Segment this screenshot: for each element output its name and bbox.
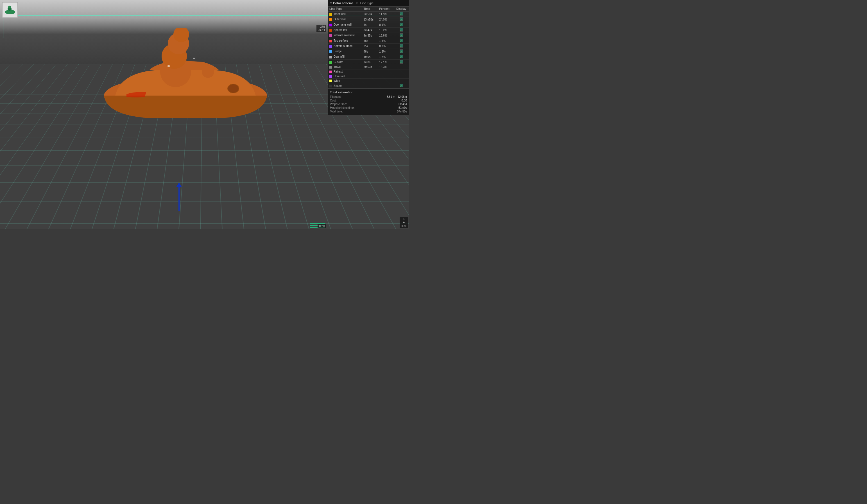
line-type-rows: Inner wall6m53s11.9%✓Outer wall13m55s24.… bbox=[328, 11, 409, 88]
line-display-cell[interactable]: ✓ bbox=[394, 44, 409, 49]
line-display-cell[interactable]: ✓ bbox=[394, 33, 409, 38]
line-display-cell[interactable]: ✓ bbox=[394, 60, 409, 65]
display-checkbox-checked[interactable]: ✓ bbox=[400, 55, 403, 58]
display-checkbox-checked[interactable]: ✓ bbox=[400, 84, 403, 87]
line-name-cell: Outer wall bbox=[328, 17, 362, 22]
line-color-swatch bbox=[329, 24, 332, 26]
table-row: Travel8m53s15.3% bbox=[328, 65, 409, 69]
table-row: Sparse infill8m47s15.2%✓ bbox=[328, 28, 409, 33]
color-scheme-title: Color scheme bbox=[333, 1, 354, 5]
model-print-value: 51m9s bbox=[398, 106, 407, 109]
line-time bbox=[362, 79, 377, 83]
zoom-indicator: 0.20 bbox=[318, 224, 326, 228]
line-color-swatch bbox=[329, 75, 332, 78]
line-type-name: Outer wall bbox=[334, 18, 346, 21]
line-percent: 11.9% bbox=[377, 11, 394, 17]
svg-point-6 bbox=[228, 84, 239, 93]
line-type-name: Custom bbox=[334, 61, 343, 64]
panel-collapse-icon[interactable]: ≡ bbox=[330, 1, 332, 5]
line-time: 8m47s bbox=[362, 28, 377, 33]
total-value: 57m55s bbox=[397, 110, 407, 113]
prepare-label: Prepare time: bbox=[330, 103, 364, 106]
line-name-cell: Bridge bbox=[328, 49, 362, 54]
line-percent: 0.1% bbox=[377, 22, 394, 28]
right-panel: ≡ Color scheme ∨ Line Type Line Type Tim… bbox=[328, 0, 409, 115]
zoom-value: 0.20 bbox=[319, 225, 324, 228]
table-row: Gap infill1m0s1.7%✓ bbox=[328, 54, 409, 60]
line-display-cell[interactable]: ✓ bbox=[394, 54, 409, 60]
col-time: Time bbox=[362, 7, 377, 11]
line-color-swatch bbox=[329, 50, 332, 53]
display-checkbox-checked[interactable]: ✓ bbox=[400, 60, 403, 64]
display-checkbox-checked[interactable]: ✓ bbox=[400, 33, 403, 37]
line-display-cell[interactable] bbox=[394, 65, 409, 69]
table-row: Bottom surface25s0.7%✓ bbox=[328, 44, 409, 49]
line-color-swatch bbox=[329, 66, 332, 68]
line-time: 7m0s bbox=[362, 60, 377, 65]
line-percent: 1.7% bbox=[377, 54, 394, 60]
line-display-cell[interactable]: ✓ bbox=[394, 83, 409, 88]
line-name-cell: Sparse infill bbox=[328, 28, 362, 33]
line-type-name: Bridge bbox=[334, 50, 342, 53]
line-percent bbox=[377, 79, 394, 83]
line-percent: 24.0% bbox=[377, 17, 394, 22]
line-color-swatch bbox=[329, 29, 332, 32]
line-display-cell[interactable]: ✓ bbox=[394, 49, 409, 54]
line-name-cell: Bottom surface bbox=[328, 44, 362, 49]
cost-row: Cost: 0.30 bbox=[330, 99, 407, 102]
display-checkbox-checked[interactable]: ✓ bbox=[400, 39, 403, 42]
display-checkbox-checked[interactable]: ✓ bbox=[400, 50, 403, 53]
line-time bbox=[362, 69, 377, 74]
line-name-cell: Inner wall bbox=[328, 11, 362, 17]
line-percent: 1.4% bbox=[377, 38, 394, 44]
display-checkbox-checked[interactable]: ✓ bbox=[400, 23, 403, 26]
line-type-name: Top surface bbox=[334, 39, 348, 42]
line-color-swatch bbox=[329, 13, 332, 16]
line-time: 9m35s bbox=[362, 33, 377, 38]
line-display-cell[interactable]: ✓ bbox=[394, 17, 409, 22]
layer-indicator: 1 ▲ 0.20 bbox=[400, 217, 408, 228]
line-time: 13m55s bbox=[362, 17, 377, 22]
line-percent bbox=[377, 74, 394, 78]
line-display-cell[interactable]: ✓ bbox=[394, 11, 409, 17]
line-type-name: Gap infill bbox=[334, 55, 344, 58]
display-checkbox-checked[interactable]: ✓ bbox=[400, 18, 403, 21]
line-display-cell[interactable] bbox=[394, 74, 409, 78]
line-color-swatch bbox=[329, 79, 332, 82]
estimation-section: Total estimation Filament: 3.81 m 12.08 … bbox=[328, 88, 409, 115]
prepare-time-row: Prepare time: 6m45s bbox=[330, 102, 407, 106]
line-name-cell: Retract bbox=[328, 69, 362, 74]
line-display-cell[interactable]: ✓ bbox=[394, 38, 409, 44]
line-display-cell[interactable]: ✓ bbox=[394, 22, 409, 28]
line-display-cell[interactable] bbox=[394, 69, 409, 74]
line-type-table: Line Type Time Percent Display Inner wal… bbox=[328, 7, 409, 88]
line-display-cell[interactable] bbox=[394, 79, 409, 83]
line-name-cell: Top surface bbox=[328, 38, 362, 44]
line-type-subtitle: Line Type bbox=[360, 1, 374, 5]
build-plate-border-left bbox=[3, 15, 3, 38]
line-percent: 1.3% bbox=[377, 49, 394, 54]
line-percent: 16.6% bbox=[377, 33, 394, 38]
line-name-cell: Internal solid infill bbox=[328, 33, 362, 38]
table-row: Unretract bbox=[328, 74, 409, 78]
panel-header-separator: ∨ bbox=[356, 1, 358, 5]
table-row: Retract bbox=[328, 69, 409, 74]
prepare-value: 6m45s bbox=[398, 103, 407, 106]
panel-header: ≡ Color scheme ∨ Line Type bbox=[328, 0, 409, 7]
line-color-swatch bbox=[329, 34, 332, 37]
display-checkbox-checked[interactable]: ✓ bbox=[400, 28, 403, 32]
display-checkbox-checked[interactable]: ✓ bbox=[400, 44, 403, 47]
model-thumbnail[interactable] bbox=[2, 2, 18, 18]
table-row: Bridge46s1.3%✓ bbox=[328, 49, 409, 54]
line-color-swatch bbox=[329, 85, 332, 87]
svg-point-8 bbox=[168, 65, 170, 67]
line-time: 1m0s bbox=[362, 54, 377, 60]
line-color-swatch bbox=[329, 45, 332, 48]
line-time: 6m53s bbox=[362, 11, 377, 17]
table-row: Seams✓ bbox=[328, 83, 409, 88]
line-name-cell: Travel bbox=[328, 65, 362, 69]
line-type-name: Seams bbox=[334, 84, 342, 87]
line-display-cell[interactable]: ✓ bbox=[394, 28, 409, 33]
display-checkbox-checked[interactable]: ✓ bbox=[400, 12, 403, 15]
svg-point-5 bbox=[202, 65, 214, 78]
